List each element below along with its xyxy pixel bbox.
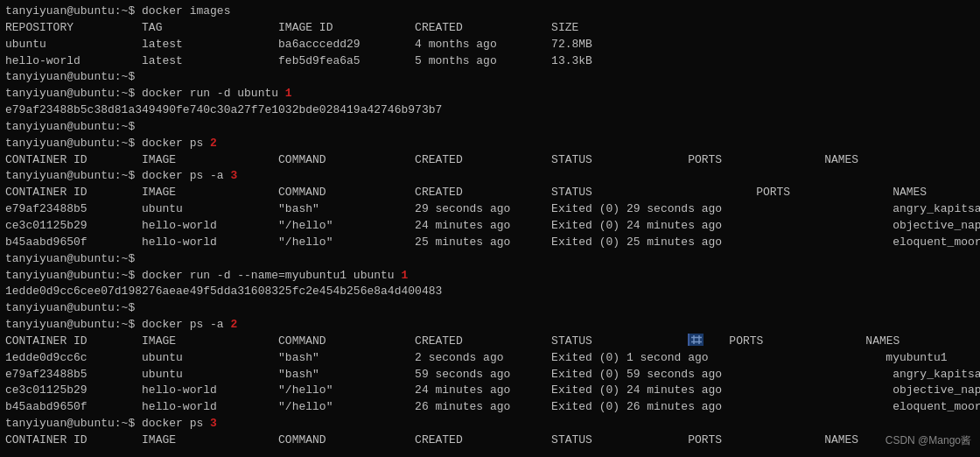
hash-icon bbox=[688, 334, 702, 346]
line-1: REPOSITORY TAG IMAGE ID CREATED SIZE bbox=[5, 20, 975, 37]
line-2: ubuntu latest ba6acccedd29 4 months ago … bbox=[5, 37, 975, 53]
line-17: 1edde0d9cc6cee07d198276aeae49f5dda316083… bbox=[5, 284, 975, 300]
header: CONTAINER ID IMAGE COMMAND CREATED STATU… bbox=[5, 153, 858, 166]
svg-rect-0 bbox=[690, 334, 704, 346]
line-7: tanyiyuan@ubuntu:~$ bbox=[5, 119, 975, 136]
header: CONTAINER ID IMAGE COMMAND CREATED STATU… bbox=[5, 334, 688, 348]
prompt: tanyiyuan@ubuntu:~$ docker run -d --name… bbox=[5, 269, 401, 282]
header: REPOSITORY TAG IMAGE ID CREATED SIZE bbox=[5, 21, 578, 34]
annotation-2: 2 bbox=[210, 137, 217, 150]
line-25: tanyiyuan@ubuntu:~$ docker ps 3 bbox=[5, 416, 975, 432]
line-18: tanyiyuan@ubuntu:~$ bbox=[5, 300, 975, 317]
prompt: tanyiyuan@ubuntu:~$ docker ps -a bbox=[5, 318, 230, 331]
line-4: tanyiyuan@ubuntu:~$ bbox=[5, 69, 975, 86]
line-13: ce3c01125b29 hello-world "/hello" 24 min… bbox=[5, 218, 975, 235]
line-22: e79af23488b5 ubuntu "bash" 59 seconds ag… bbox=[5, 367, 975, 383]
prompt: tanyiyuan@ubuntu:~$ bbox=[5, 70, 142, 83]
line-10: tanyiyuan@ubuntu:~$ docker ps -a 3 bbox=[5, 168, 975, 185]
line-0: tanyiyuan@ubuntu:~$ docker images bbox=[5, 4, 975, 20]
line-21: 1edde0d9cc6c ubuntu "bash" 2 seconds ago… bbox=[5, 350, 975, 367]
line-15: tanyiyuan@ubuntu:~$ bbox=[5, 251, 975, 268]
annotation-2b: 2 bbox=[230, 318, 237, 331]
prompt: tanyiyuan@ubuntu:~$ bbox=[5, 252, 142, 265]
watermark: CSDN @Mango酱 bbox=[886, 433, 971, 448]
prompt: tanyiyuan@ubuntu:~$ bbox=[5, 301, 142, 314]
line-24: b45aabd9650f hello-world "/hello" 26 min… bbox=[5, 399, 975, 416]
line-8: tanyiyuan@ubuntu:~$ docker ps 2 bbox=[5, 136, 975, 152]
header: CONTAINER ID IMAGE COMMAND CREATED STATU… bbox=[5, 186, 927, 199]
line-20: CONTAINER ID IMAGE COMMAND CREATED STATU… bbox=[5, 334, 975, 350]
prompt: tanyiyuan@ubuntu:~$ docker run -d ubuntu bbox=[5, 87, 285, 100]
line-16: tanyiyuan@ubuntu:~$ docker run -d --name… bbox=[5, 268, 975, 285]
line-14: b45aabd9650f hello-world "/hello" 25 min… bbox=[5, 235, 975, 251]
line-19: tanyiyuan@ubuntu:~$ docker ps -a 2 bbox=[5, 317, 975, 334]
header: CONTAINER ID IMAGE COMMAND CREATED STATU… bbox=[5, 433, 858, 446]
line-26: CONTAINER ID IMAGE COMMAND CREATED STATU… bbox=[5, 432, 975, 449]
annotation-1b: 1 bbox=[401, 269, 408, 282]
annotation-3b: 3 bbox=[210, 417, 217, 430]
line-6: e79af23488b5c38d81a349490fe740c30a27f7e1… bbox=[5, 102, 975, 119]
prompt: tanyiyuan@ubuntu:~$ docker ps bbox=[5, 417, 210, 430]
prompt: tanyiyuan@ubuntu:~$ docker ps -a bbox=[5, 169, 230, 182]
line-3: hello-world latest feb5d9fea6a5 5 months… bbox=[5, 53, 975, 70]
prompt: tanyiyuan@ubuntu:~$ bbox=[5, 120, 142, 133]
annotation-3: 3 bbox=[230, 169, 237, 182]
terminal: tanyiyuan@ubuntu:~$ docker images REPOSI… bbox=[5, 4, 975, 449]
header-after: PORTS NAMES bbox=[702, 334, 900, 348]
prompt: tanyiyuan@ubuntu:~$ docker ps bbox=[5, 137, 210, 150]
line-5: tanyiyuan@ubuntu:~$ docker run -d ubuntu… bbox=[5, 86, 975, 102]
line-11: CONTAINER ID IMAGE COMMAND CREATED STATU… bbox=[5, 185, 975, 201]
annotation-1: 1 bbox=[285, 87, 292, 100]
line-23: ce3c01125b29 hello-world "/hello" 24 min… bbox=[5, 383, 975, 399]
prompt: tanyiyuan@ubuntu:~$ docker images bbox=[5, 4, 230, 18]
line-9: CONTAINER ID IMAGE COMMAND CREATED STATU… bbox=[5, 152, 975, 169]
line-12: e79af23488b5 ubuntu "bash" 29 seconds ag… bbox=[5, 201, 975, 218]
